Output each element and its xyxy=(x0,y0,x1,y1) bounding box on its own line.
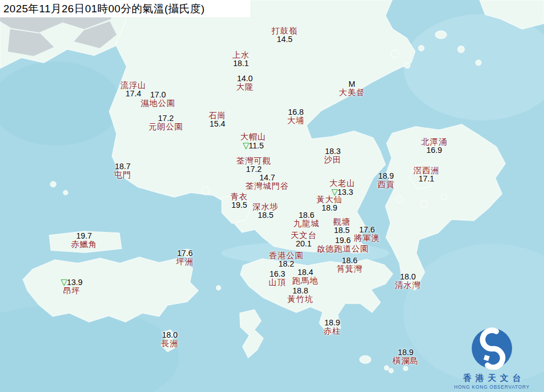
station: 18.6九龍城 xyxy=(294,211,320,228)
station-name: 坪洲 xyxy=(176,258,194,266)
station-value: 14.0 xyxy=(236,74,254,83)
station-name: 山頂 xyxy=(269,278,286,287)
station-value: 16.9 xyxy=(421,146,448,155)
station-value: 17.2 xyxy=(148,114,183,123)
temperature-map: 2025年11月26日01時00分的氣溫(攝氏度) 打鼓嶺14.5上水18.11… xyxy=(0,0,544,392)
station-value: 18.6 xyxy=(337,256,363,265)
station-name: 荃灣城門谷 xyxy=(245,182,289,190)
station: 14.7荃灣城門谷 xyxy=(245,174,289,190)
station-value: 16.8 xyxy=(287,108,305,116)
station-name: 黃大仙 xyxy=(317,195,343,204)
station: 18.4跑馬地 xyxy=(292,268,319,285)
station-name: 大埔 xyxy=(287,116,305,125)
station-value: 20.1 xyxy=(291,240,317,248)
station-name: 長洲 xyxy=(161,339,179,348)
station: 香港公園18.2 xyxy=(269,251,304,268)
station-value: 18.8 xyxy=(287,287,314,295)
station: 青衣19.5 xyxy=(231,193,248,209)
station-value: 18.1 xyxy=(233,59,250,68)
station-value: 18.9 xyxy=(324,319,341,327)
station-name: 荃灣可觀 xyxy=(236,157,271,165)
station-name: 大老山 xyxy=(329,179,356,188)
station-name: 清水灣 xyxy=(395,281,421,290)
station-value: ▽11.5 xyxy=(240,141,267,150)
station-name: 濕地公園 xyxy=(141,99,175,108)
station-value: 18.3 xyxy=(324,147,342,156)
station: 18.9西貢 xyxy=(378,172,395,189)
station: 上水18.1 xyxy=(233,51,250,68)
station-name: 跑馬地 xyxy=(292,277,319,285)
station-value: 18.6 xyxy=(294,211,320,220)
station: 16.8大埔 xyxy=(287,108,305,125)
station: 天文台20.1 xyxy=(291,231,317,248)
station: 18.6筲箕灣 xyxy=(337,256,363,273)
station: 19.7赤鱲角 xyxy=(71,232,97,249)
station-value: 14.7 xyxy=(245,174,289,182)
station: 14.0大隴 xyxy=(236,74,254,91)
station: M大美督 xyxy=(339,80,365,97)
station-value: 18.5 xyxy=(253,211,279,220)
station-name: 北潭涌 xyxy=(421,138,448,146)
page-title: 2025年11月26日01時00分的氣溫(攝氏度) xyxy=(3,2,205,16)
station: 19.6啟德跑道公園 xyxy=(317,236,369,253)
station-name: 流浮山 xyxy=(120,81,147,90)
station-name: 黃竹坑 xyxy=(287,295,314,304)
station-name: 九龍城 xyxy=(294,220,320,228)
station-value: 16.3 xyxy=(269,270,286,278)
station-name: 上水 xyxy=(233,51,250,59)
hko-logo-icon xyxy=(471,327,513,370)
station-name: 滘西洲 xyxy=(413,166,440,175)
station: 18.3沙田 xyxy=(324,147,342,164)
station: 18.7屯門 xyxy=(114,162,132,179)
station-name: 天文台 xyxy=(291,231,317,240)
station-value: ▽13.9 xyxy=(61,278,83,287)
station-value: 18.5 xyxy=(333,226,351,235)
station-value: 19.6 xyxy=(317,236,369,245)
station-name: 青衣 xyxy=(231,193,248,201)
station-name: 大帽山 xyxy=(240,133,267,141)
station-name: 赤鱲角 xyxy=(71,240,97,249)
station-value: 18.9 xyxy=(378,172,395,180)
station: 觀塘18.5 xyxy=(333,218,351,235)
hko-logo-name-en: HONG KONG OBSERVATORY xyxy=(444,384,540,390)
station-value: M xyxy=(339,80,365,88)
station-name: 香港公園 xyxy=(269,251,304,260)
station: 打鼓嶺14.5 xyxy=(272,27,298,44)
station: 16.3山頂 xyxy=(269,270,286,287)
min-marker-icon: ▽ xyxy=(61,277,68,287)
station-value: 18.7 xyxy=(114,162,132,171)
station-value: 17.6 xyxy=(176,249,194,258)
station: 深水埗18.5 xyxy=(253,203,279,220)
station-name: 深水埗 xyxy=(253,203,279,211)
station: 滘西洲17.1 xyxy=(413,166,440,183)
station: 17.6坪洲 xyxy=(176,249,194,266)
station: 18.0長洲 xyxy=(161,331,179,348)
station-name: 昂坪 xyxy=(61,287,83,295)
station-value: 17.1 xyxy=(413,175,440,183)
station-value: 15.4 xyxy=(209,120,226,128)
station-value: 17.6 xyxy=(354,226,380,234)
station-name: 橫瀾島 xyxy=(393,357,419,365)
station: 黃大仙18.9 xyxy=(317,195,343,212)
station-value: 14.5 xyxy=(272,35,298,44)
station: 石崗15.4 xyxy=(209,111,226,128)
station-name: 打鼓嶺 xyxy=(272,27,298,35)
station-value: 18.4 xyxy=(292,268,319,277)
station: 18.0清水灣 xyxy=(395,273,421,290)
station-name: 大美督 xyxy=(339,88,365,97)
station-name: 沙田 xyxy=(324,156,342,164)
station-value: 17.2 xyxy=(236,165,271,174)
station-name: 大隴 xyxy=(236,83,254,91)
station-name: 石崗 xyxy=(209,111,226,120)
min-marker-icon: ▽ xyxy=(243,141,249,150)
station: 荃灣可觀17.2 xyxy=(236,157,271,174)
station-name: 筲箕灣 xyxy=(337,265,363,273)
hko-logo: 香港天文台 HONG KONG OBSERVATORY xyxy=(444,327,540,390)
station-name: 赤柱 xyxy=(324,327,341,335)
station-name: 屯門 xyxy=(114,171,132,179)
station: 18.9赤柱 xyxy=(324,319,341,335)
station-value: 19.7 xyxy=(71,232,97,240)
station-name: 啟德跑道公園 xyxy=(317,245,369,253)
station-value: 18.0 xyxy=(395,273,421,281)
station-name: 西貢 xyxy=(378,180,395,189)
